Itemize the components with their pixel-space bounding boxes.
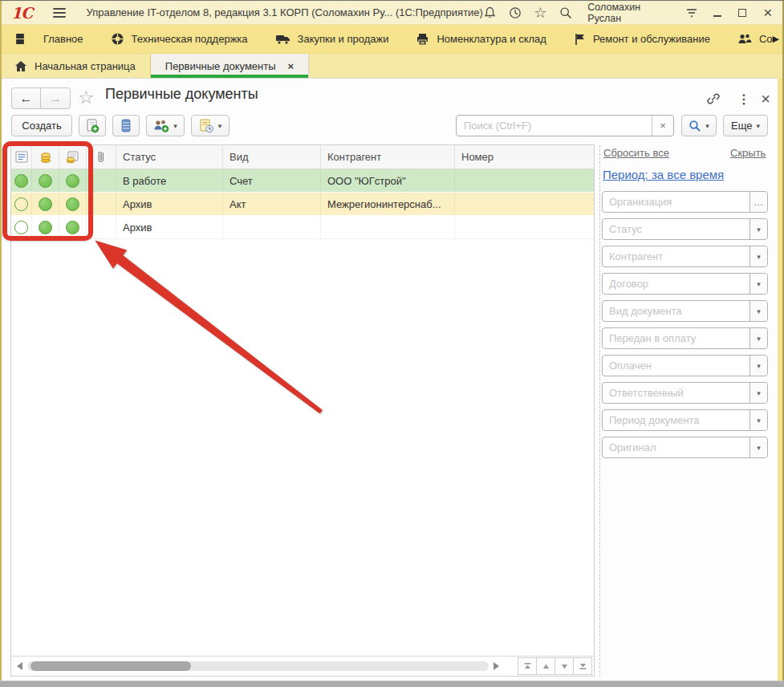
filter-organization: ... <box>602 191 768 213</box>
more-actions-dots-icon[interactable]: ⋮ <box>735 91 753 108</box>
original-input[interactable] <box>603 437 746 457</box>
column-header-type[interactable]: Вид <box>223 145 321 169</box>
row-navigation-buttons <box>518 657 592 675</box>
filter-original: ▾ <box>602 437 768 458</box>
go-first-row-button[interactable] <box>518 657 537 675</box>
list-card-icon[interactable] <box>11 145 32 169</box>
document-period-input[interactable] <box>603 410 746 430</box>
caret-down-icon[interactable]: ▾ <box>749 437 767 457</box>
caret-down-icon[interactable]: ▾ <box>749 274 767 294</box>
column-header-status[interactable]: Статус <box>116 145 223 169</box>
ribbon-label: Закупки и продажи <box>298 33 389 45</box>
sections-menu-icon[interactable] <box>16 34 24 44</box>
document-history-button[interactable]: ▾ <box>191 115 230 136</box>
go-previous-row-button[interactable] <box>536 657 555 675</box>
close-window-icon[interactable]: × <box>761 6 774 20</box>
coins-icon[interactable] <box>32 145 59 169</box>
window-left-edge <box>0 1 2 681</box>
sent-for-payment-input[interactable] <box>603 328 746 348</box>
hide-panel-link[interactable]: Скрыть <box>730 147 766 159</box>
caret-down-icon: ▾ <box>173 122 177 130</box>
caret-down-icon[interactable]: ▾ <box>749 328 767 348</box>
contragent-input[interactable] <box>603 246 746 266</box>
responsible-input[interactable] <box>603 383 746 403</box>
document-type-input[interactable] <box>603 301 746 321</box>
column-header-contragent[interactable]: Контрагент <box>321 145 455 169</box>
people-add-icon <box>153 119 169 132</box>
period-filter-link[interactable]: Период: за все время <box>603 168 724 181</box>
paperclip-icon[interactable] <box>87 145 116 169</box>
tab-home-page[interactable]: Начальная страница <box>0 54 151 78</box>
sections-ribbon: Главное Техническая поддержка Закупки и … <box>0 25 784 54</box>
ribbon-overflow-arrow-icon[interactable]: ▶ <box>773 34 779 44</box>
caret-down-icon[interactable]: ▾ <box>749 246 767 266</box>
go-next-row-button[interactable] <box>554 657 574 675</box>
flag-icon <box>574 33 586 46</box>
documents-table: Статус Вид Контрагент Номер В работе Сче… <box>10 144 595 677</box>
tab-close-icon[interactable]: × <box>288 60 295 72</box>
current-user-name[interactable]: Соломахин Руслан <box>587 2 669 24</box>
maximize-icon[interactable] <box>736 6 749 20</box>
list-view-button[interactable] <box>112 115 140 136</box>
document-coins-icon[interactable] <box>59 145 87 169</box>
forward-button[interactable]: → <box>41 87 71 109</box>
choose-ellipsis-icon[interactable]: ... <box>749 192 767 212</box>
create-based-on-button[interactable] <box>79 115 106 136</box>
document-add-icon <box>86 119 100 133</box>
scrollbar-thumb[interactable] <box>30 661 191 671</box>
contract-input[interactable] <box>603 274 746 294</box>
close-form-icon[interactable]: × <box>757 90 774 108</box>
add-counterparty-button[interactable]: ▾ <box>146 115 185 136</box>
tab-primary-documents[interactable]: Первичные документы × <box>151 54 309 78</box>
ribbon-item-tech-support[interactable]: Техническая поддержка <box>111 32 248 46</box>
global-search-icon[interactable] <box>559 6 573 20</box>
search-input[interactable] <box>457 116 652 136</box>
ribbon-label: Главное <box>43 33 83 45</box>
window-bottom-edge <box>0 681 784 687</box>
table-row[interactable]: В работе Счет ООО "ЮГстрой" <box>11 169 594 193</box>
caret-down-icon[interactable]: ▾ <box>749 410 767 430</box>
organization-input[interactable] <box>603 192 746 212</box>
reset-all-filters-link[interactable]: Сбросить все <box>603 147 669 159</box>
ribbon-item-glavnoe[interactable]: Главное <box>43 33 83 45</box>
table-row[interactable]: Архив Акт Межрегионинтерснаб... <box>11 193 594 216</box>
caret-down-icon[interactable]: ▾ <box>749 356 767 376</box>
ribbon-label: Ремонт и обслуживание <box>593 33 710 45</box>
ribbon-item-nomenclature-stock[interactable]: Номенклатура и склад <box>416 33 546 46</box>
status-indicator-filled-icon <box>14 174 28 188</box>
scroll-left-icon[interactable] <box>17 662 22 670</box>
scroll-right-icon[interactable] <box>494 662 499 670</box>
table-bottom-bar <box>11 656 594 676</box>
create-button[interactable]: Создать <box>11 115 72 136</box>
more-button[interactable]: Еще ▾ <box>723 115 768 136</box>
add-to-favorites-star-icon[interactable]: ☆ <box>78 87 95 108</box>
ribbon-item-employees-truncated[interactable]: Со <box>737 33 773 45</box>
back-button[interactable]: ← <box>11 87 41 109</box>
search-clear-icon[interactable]: × <box>652 116 673 136</box>
caret-down-icon[interactable]: ▾ <box>749 383 767 403</box>
paid-input[interactable] <box>603 356 746 376</box>
horizontal-scrollbar[interactable] <box>27 661 489 671</box>
ribbon-item-purchases-sales[interactable]: Закупки и продажи <box>275 33 389 45</box>
attachment-cell <box>87 169 116 192</box>
ribbon-item-repair-service[interactable]: Ремонт и обслуживание <box>574 33 710 46</box>
status-cell: В работе <box>116 169 223 192</box>
favorites-star-icon[interactable]: ☆ <box>534 6 547 20</box>
history-icon[interactable] <box>509 6 522 20</box>
table-row[interactable]: Архив <box>11 216 594 239</box>
search-magnifier-icon <box>689 120 701 132</box>
search-options-button[interactable]: ▾ <box>681 115 717 136</box>
filter-responsible: ▾ <box>602 382 768 404</box>
status-input[interactable] <box>603 219 746 239</box>
caret-down-icon: ▾ <box>218 122 222 130</box>
main-menu-icon[interactable] <box>53 8 65 18</box>
minimize-icon[interactable] <box>710 6 724 20</box>
notifications-bell-icon[interactable] <box>483 6 497 20</box>
filter-contract: ▾ <box>602 273 768 295</box>
copy-link-icon[interactable] <box>705 90 722 108</box>
caret-down-icon[interactable]: ▾ <box>749 301 767 321</box>
go-last-row-button[interactable] <box>573 657 592 675</box>
service-settings-icon[interactable] <box>685 6 699 20</box>
column-header-number[interactable]: Номер <box>455 145 594 169</box>
caret-down-icon[interactable]: ▾ <box>749 219 767 239</box>
